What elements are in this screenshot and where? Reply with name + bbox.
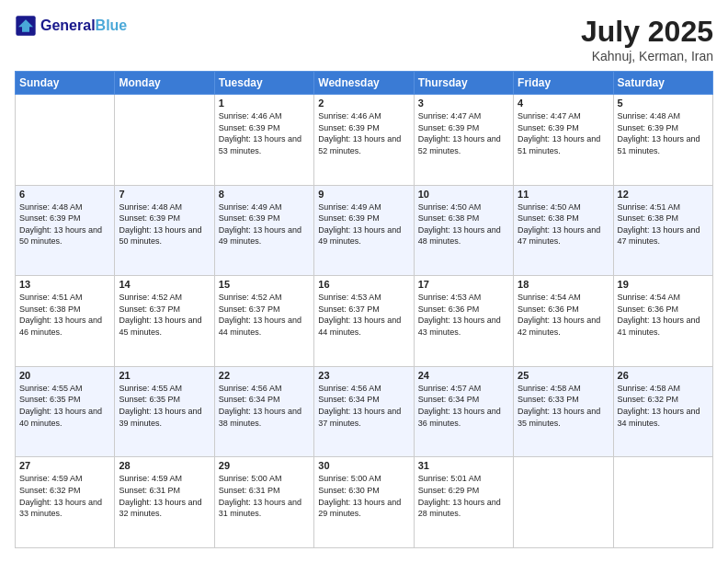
day-info: Sunrise: 5:00 AM Sunset: 6:30 PM Dayligh… bbox=[318, 473, 409, 519]
calendar-cell bbox=[115, 95, 214, 186]
calendar-cell: 1Sunrise: 4:46 AM Sunset: 6:39 PM Daylig… bbox=[214, 95, 313, 186]
day-number: 7 bbox=[119, 189, 210, 200]
day-info: Sunrise: 4:47 AM Sunset: 6:39 PM Dayligh… bbox=[418, 110, 509, 156]
calendar-cell: 12Sunrise: 4:51 AM Sunset: 6:38 PM Dayli… bbox=[613, 185, 712, 276]
calendar-cell: 30Sunrise: 5:00 AM Sunset: 6:30 PM Dayli… bbox=[314, 457, 414, 548]
day-info: Sunrise: 4:54 AM Sunset: 6:36 PM Dayligh… bbox=[518, 292, 609, 338]
day-number: 4 bbox=[518, 98, 609, 109]
col-header-friday: Friday bbox=[514, 72, 613, 95]
calendar-cell bbox=[613, 457, 712, 548]
calendar-cell: 2Sunrise: 4:46 AM Sunset: 6:39 PM Daylig… bbox=[314, 95, 414, 186]
col-header-monday: Monday bbox=[115, 72, 214, 95]
day-info: Sunrise: 5:01 AM Sunset: 6:29 PM Dayligh… bbox=[418, 473, 509, 519]
location: Kahnuj, Kerman, Iran bbox=[581, 49, 713, 63]
day-number: 27 bbox=[19, 460, 110, 471]
day-info: Sunrise: 4:50 AM Sunset: 6:38 PM Dayligh… bbox=[518, 201, 609, 247]
day-number: 2 bbox=[318, 98, 409, 109]
calendar-cell: 9Sunrise: 4:49 AM Sunset: 6:39 PM Daylig… bbox=[314, 185, 414, 276]
calendar-cell: 10Sunrise: 4:50 AM Sunset: 6:38 PM Dayli… bbox=[414, 185, 513, 276]
day-info: Sunrise: 4:48 AM Sunset: 6:39 PM Dayligh… bbox=[19, 201, 110, 247]
day-number: 23 bbox=[318, 370, 409, 381]
day-info: Sunrise: 4:47 AM Sunset: 6:39 PM Dayligh… bbox=[518, 110, 609, 156]
calendar-cell bbox=[16, 95, 115, 186]
calendar-week-row: 1Sunrise: 4:46 AM Sunset: 6:39 PM Daylig… bbox=[16, 95, 713, 186]
day-number: 16 bbox=[318, 279, 409, 290]
logo: GeneralBlue bbox=[15, 15, 127, 37]
calendar-cell: 28Sunrise: 4:59 AM Sunset: 6:31 PM Dayli… bbox=[115, 457, 214, 548]
calendar-cell: 22Sunrise: 4:56 AM Sunset: 6:34 PM Dayli… bbox=[214, 366, 313, 457]
calendar-cell: 6Sunrise: 4:48 AM Sunset: 6:39 PM Daylig… bbox=[16, 185, 115, 276]
day-number: 6 bbox=[19, 189, 110, 200]
page: GeneralBlue July 2025 Kahnuj, Kerman, Ir… bbox=[0, 0, 728, 563]
calendar-cell: 29Sunrise: 5:00 AM Sunset: 6:31 PM Dayli… bbox=[214, 457, 313, 548]
col-header-thursday: Thursday bbox=[414, 72, 513, 95]
day-number: 3 bbox=[418, 98, 509, 109]
calendar-cell: 3Sunrise: 4:47 AM Sunset: 6:39 PM Daylig… bbox=[414, 95, 513, 186]
day-number: 18 bbox=[518, 279, 609, 290]
day-info: Sunrise: 4:48 AM Sunset: 6:39 PM Dayligh… bbox=[119, 201, 210, 247]
calendar-cell: 24Sunrise: 4:57 AM Sunset: 6:34 PM Dayli… bbox=[414, 366, 513, 457]
calendar-cell: 19Sunrise: 4:54 AM Sunset: 6:36 PM Dayli… bbox=[613, 276, 712, 367]
calendar-cell: 5Sunrise: 4:48 AM Sunset: 6:39 PM Daylig… bbox=[613, 95, 712, 186]
day-info: Sunrise: 4:49 AM Sunset: 6:39 PM Dayligh… bbox=[318, 201, 409, 247]
calendar-cell bbox=[514, 457, 613, 548]
col-header-wednesday: Wednesday bbox=[314, 72, 414, 95]
day-number: 19 bbox=[618, 279, 709, 290]
calendar-cell: 21Sunrise: 4:55 AM Sunset: 6:35 PM Dayli… bbox=[115, 366, 214, 457]
day-info: Sunrise: 4:55 AM Sunset: 6:35 PM Dayligh… bbox=[119, 383, 210, 429]
day-number: 15 bbox=[219, 279, 310, 290]
day-info: Sunrise: 4:52 AM Sunset: 6:37 PM Dayligh… bbox=[119, 292, 210, 338]
calendar-table: SundayMondayTuesdayWednesdayThursdayFrid… bbox=[15, 71, 713, 548]
day-number: 12 bbox=[618, 189, 709, 200]
calendar-cell: 18Sunrise: 4:54 AM Sunset: 6:36 PM Dayli… bbox=[514, 276, 613, 367]
title-block: July 2025 Kahnuj, Kerman, Iran bbox=[581, 15, 713, 63]
day-number: 25 bbox=[518, 370, 609, 381]
calendar-week-row: 13Sunrise: 4:51 AM Sunset: 6:38 PM Dayli… bbox=[16, 276, 713, 367]
calendar-week-row: 6Sunrise: 4:48 AM Sunset: 6:39 PM Daylig… bbox=[16, 185, 713, 276]
logo-text: GeneralBlue bbox=[40, 17, 127, 34]
calendar-cell: 11Sunrise: 4:50 AM Sunset: 6:38 PM Dayli… bbox=[514, 185, 613, 276]
day-number: 26 bbox=[618, 370, 709, 381]
calendar-cell: 17Sunrise: 4:53 AM Sunset: 6:36 PM Dayli… bbox=[414, 276, 513, 367]
calendar-cell: 15Sunrise: 4:52 AM Sunset: 6:37 PM Dayli… bbox=[214, 276, 313, 367]
day-info: Sunrise: 4:54 AM Sunset: 6:36 PM Dayligh… bbox=[618, 292, 709, 338]
day-number: 9 bbox=[318, 189, 409, 200]
day-number: 20 bbox=[19, 370, 110, 381]
day-number: 17 bbox=[418, 279, 509, 290]
day-info: Sunrise: 4:55 AM Sunset: 6:35 PM Dayligh… bbox=[19, 383, 110, 429]
col-header-sunday: Sunday bbox=[16, 72, 115, 95]
calendar-cell: 26Sunrise: 4:58 AM Sunset: 6:32 PM Dayli… bbox=[613, 366, 712, 457]
day-number: 30 bbox=[318, 460, 409, 471]
calendar-cell: 16Sunrise: 4:53 AM Sunset: 6:37 PM Dayli… bbox=[314, 276, 414, 367]
col-header-tuesday: Tuesday bbox=[214, 72, 313, 95]
day-info: Sunrise: 4:58 AM Sunset: 6:33 PM Dayligh… bbox=[518, 383, 609, 429]
day-info: Sunrise: 4:48 AM Sunset: 6:39 PM Dayligh… bbox=[618, 110, 709, 156]
calendar-cell: 8Sunrise: 4:49 AM Sunset: 6:39 PM Daylig… bbox=[214, 185, 313, 276]
day-number: 8 bbox=[219, 189, 310, 200]
day-number: 21 bbox=[119, 370, 210, 381]
day-info: Sunrise: 4:49 AM Sunset: 6:39 PM Dayligh… bbox=[219, 201, 310, 247]
calendar-header-row: SundayMondayTuesdayWednesdayThursdayFrid… bbox=[16, 72, 713, 95]
day-number: 28 bbox=[119, 460, 210, 471]
day-info: Sunrise: 5:00 AM Sunset: 6:31 PM Dayligh… bbox=[219, 473, 310, 519]
day-info: Sunrise: 4:53 AM Sunset: 6:36 PM Dayligh… bbox=[418, 292, 509, 338]
day-info: Sunrise: 4:59 AM Sunset: 6:31 PM Dayligh… bbox=[119, 473, 210, 519]
calendar-cell: 20Sunrise: 4:55 AM Sunset: 6:35 PM Dayli… bbox=[16, 366, 115, 457]
day-info: Sunrise: 4:46 AM Sunset: 6:39 PM Dayligh… bbox=[318, 110, 409, 156]
day-info: Sunrise: 4:51 AM Sunset: 6:38 PM Dayligh… bbox=[618, 201, 709, 247]
day-number: 5 bbox=[618, 98, 709, 109]
month-title: July 2025 bbox=[581, 15, 713, 49]
day-number: 1 bbox=[219, 98, 310, 109]
day-info: Sunrise: 4:53 AM Sunset: 6:37 PM Dayligh… bbox=[318, 292, 409, 338]
day-info: Sunrise: 4:57 AM Sunset: 6:34 PM Dayligh… bbox=[418, 383, 509, 429]
day-info: Sunrise: 4:50 AM Sunset: 6:38 PM Dayligh… bbox=[418, 201, 509, 247]
calendar-week-row: 27Sunrise: 4:59 AM Sunset: 6:32 PM Dayli… bbox=[16, 457, 713, 548]
day-info: Sunrise: 4:52 AM Sunset: 6:37 PM Dayligh… bbox=[219, 292, 310, 338]
calendar-cell: 23Sunrise: 4:56 AM Sunset: 6:34 PM Dayli… bbox=[314, 366, 414, 457]
day-info: Sunrise: 4:58 AM Sunset: 6:32 PM Dayligh… bbox=[618, 383, 709, 429]
calendar-cell: 25Sunrise: 4:58 AM Sunset: 6:33 PM Dayli… bbox=[514, 366, 613, 457]
day-number: 29 bbox=[219, 460, 310, 471]
day-info: Sunrise: 4:56 AM Sunset: 6:34 PM Dayligh… bbox=[318, 383, 409, 429]
day-info: Sunrise: 4:46 AM Sunset: 6:39 PM Dayligh… bbox=[219, 110, 310, 156]
day-number: 11 bbox=[518, 189, 609, 200]
